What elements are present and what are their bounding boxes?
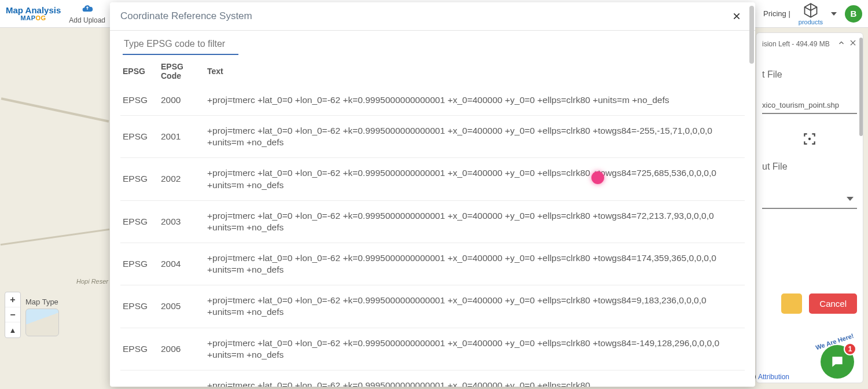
table-row[interactable]: EPSG2000+proj=tmerc +lat_0=0 +lon_0=-62 … [120, 85, 745, 116]
svg-point-1 [808, 138, 811, 140]
chevron-down-icon [847, 197, 854, 201]
status-bar: ision Left - 494.49 MB [762, 39, 857, 49]
table-row[interactable]: EPSG2005+proj=tmerc +lat_0=0 +lon_0=-62 … [120, 285, 745, 328]
zoom-controls: + − ▲ [5, 292, 21, 338]
epsg-filter-input[interactable] [123, 34, 238, 55]
locate-icon[interactable] [762, 131, 857, 146]
maptype-thumb[interactable] [25, 309, 59, 336]
cell-epsg: EPSG [120, 200, 159, 243]
cell-code: 2003 [159, 200, 205, 243]
cell-epsg: EPSG [120, 243, 159, 285]
cell-code: 2006 [159, 328, 205, 370]
table-row[interactable]: EPSG2004+proj=tmerc +lat_0=0 +lon_0=-62 … [120, 243, 745, 285]
input-file-value[interactable]: xico_tourism_point.shp [762, 97, 857, 114]
annotation-dot [591, 171, 604, 184]
cell-text: +proj=tmerc +lat_0=0 +lon_0=-62 +k=0.999… [205, 158, 745, 200]
status-text: ision Left - 494.49 MB [762, 40, 830, 48]
cell-text: +proj=tmerc +lat_0=0 +lon_0=-62 +k=0.999… [205, 243, 745, 285]
cell-text: +proj=tmerc +lat_0=0 +lon_0=-62 +k=0.999… [205, 370, 745, 387]
col-epsg: EPSG [120, 57, 159, 85]
add-upload-button[interactable]: Add Upload [69, 3, 105, 24]
zoom-in-button[interactable]: + [5, 292, 20, 307]
col-text: Text [205, 57, 745, 85]
cell-code: 2000 [159, 85, 205, 116]
cell-epsg: EPSG [120, 158, 159, 200]
map-label: Hopi Reser [76, 278, 108, 285]
chat-badge: 1 [844, 343, 856, 355]
cell-code: 2002 [159, 158, 205, 200]
scrollbar[interactable] [859, 38, 863, 136]
cell-text: +proj=tmerc +lat_0=0 +lon_0=-62 +k=0.999… [205, 85, 745, 116]
cell-code: 2004 [159, 243, 205, 285]
cell-epsg: EPSG [120, 285, 159, 328]
brand-subtitle: MAPOG [21, 14, 46, 21]
input-file-section-label: t File [762, 69, 857, 80]
cell-epsg: EPSG [120, 116, 159, 158]
reset-north-button[interactable]: ▲ [5, 322, 20, 337]
cell-code: 2007 [159, 370, 205, 387]
zoom-out-button[interactable]: − [5, 307, 20, 322]
dialog-close-button[interactable] [729, 8, 745, 24]
products-menu[interactable]: products [799, 2, 823, 25]
brand[interactable]: Map Analysis MAPOG [6, 6, 61, 21]
close-icon[interactable] [849, 39, 857, 49]
dialog-title: Coordinate Reference System [120, 10, 252, 22]
pricing-link[interactable]: Pricing | [763, 9, 790, 18]
cell-text: +proj=tmerc +lat_0=0 +lon_0=-62 +k=0.999… [205, 285, 745, 328]
output-file-section-label: ut File [762, 162, 857, 172]
table-row[interactable]: EPSG2007+proj=tmerc +lat_0=0 +lon_0=-62 … [120, 370, 745, 387]
cell-epsg: EPSG [120, 328, 159, 370]
dialog-body: EPSG EPSG Code Text EPSG2000+proj=tmerc … [110, 31, 755, 387]
chevron-down-icon[interactable] [831, 12, 837, 16]
cell-epsg: EPSG [120, 370, 159, 387]
chevron-up-icon[interactable] [837, 39, 845, 49]
col-epsg-code: EPSG Code [159, 57, 205, 85]
add-upload-label: Add Upload [69, 16, 105, 24]
chat-widget[interactable]: We Are Here! 1 [817, 342, 858, 382]
cell-epsg: EPSG [120, 85, 159, 116]
cell-code: 2005 [159, 285, 205, 328]
maptype-label: Map Type [25, 298, 59, 306]
cloud-upload-icon [82, 3, 93, 16]
brand-title: Map Analysis [6, 6, 61, 14]
maptype-switcher: Map Type [25, 298, 59, 336]
table-row[interactable]: EPSG2001+proj=tmerc +lat_0=0 +lon_0=-62 … [120, 116, 745, 158]
dialog-header: Coordinate Reference System [110, 2, 755, 31]
cell-text: +proj=tmerc +lat_0=0 +lon_0=-62 +k=0.999… [205, 328, 745, 370]
nav-right: Pricing | products B [745, 2, 862, 25]
right-panel: ision Left - 494.49 MB t File xico_touri… [756, 32, 863, 383]
output-file-select[interactable] [762, 189, 857, 209]
cell-text: +proj=tmerc +lat_0=0 +lon_0=-62 +k=0.999… [205, 116, 745, 158]
crs-dialog: Coordinate Reference System EPSG EPSG Co… [110, 2, 755, 387]
cell-code: 2001 [159, 116, 205, 158]
epsg-table: EPSG EPSG Code Text EPSG2000+proj=tmerc … [120, 57, 745, 387]
primary-action-button[interactable] [781, 293, 802, 314]
cancel-button[interactable]: Cancel [809, 293, 857, 314]
table-row[interactable]: EPSG2003+proj=tmerc +lat_0=0 +lon_0=-62 … [120, 200, 745, 243]
dialog-scrollbar[interactable] [749, 6, 754, 64]
table-row[interactable]: EPSG2006+proj=tmerc +lat_0=0 +lon_0=-62 … [120, 328, 745, 370]
cell-text: +proj=tmerc +lat_0=0 +lon_0=-62 +k=0.999… [205, 200, 745, 243]
table-row[interactable]: EPSG2002+proj=tmerc +lat_0=0 +lon_0=-62 … [120, 158, 745, 200]
avatar[interactable]: B [845, 5, 862, 23]
